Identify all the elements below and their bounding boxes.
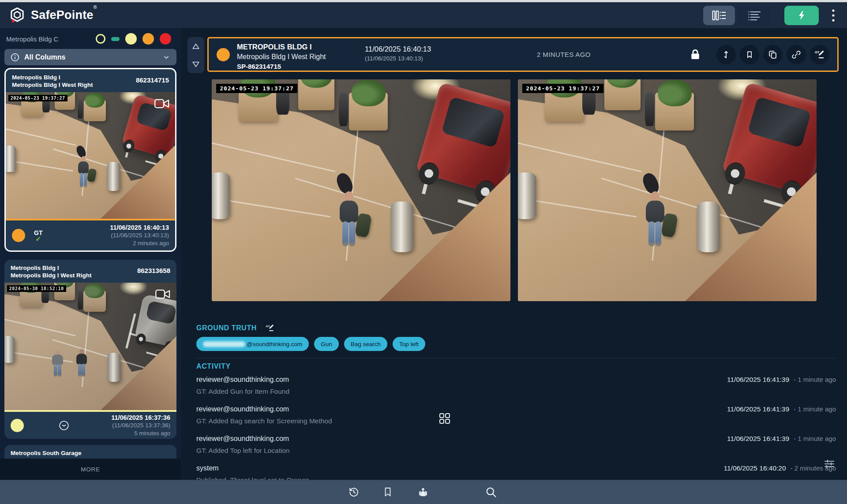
copy-icon: [768, 50, 778, 60]
activity-ago: - 1 minute ago: [794, 376, 836, 383]
widget-grid-button[interactable]: [439, 413, 450, 426]
sc-car-top: [146, 301, 176, 325]
ph-leg: [58, 364, 61, 377]
history-button[interactable]: [348, 486, 360, 498]
body-scan-button[interactable]: [417, 486, 429, 498]
sc-bin: [78, 290, 83, 309]
svg-text:GT: GT: [266, 325, 270, 328]
sc-plant: [352, 80, 386, 106]
more-button[interactable]: MORE: [81, 466, 100, 473]
search-button[interactable]: [485, 486, 497, 498]
tag-location[interactable]: Top left: [393, 337, 425, 351]
brand-logo: SafePointe®: [8, 6, 97, 25]
sc-bollard: [108, 353, 120, 382]
share-link-button[interactable]: [787, 45, 806, 64]
activity-timestamp: 11/06/2025 16:41:39: [727, 435, 789, 443]
activity-action: GT: Added Bag search for Screening Metho…: [196, 417, 836, 425]
column-list-view-icon: [712, 10, 726, 21]
event-time-ago: 2 minutes ago: [110, 239, 169, 247]
sc-plant: [85, 283, 105, 298]
activity-timestamp: 11/06/2025 16:40:20: [724, 464, 786, 472]
camera-image-left[interactable]: 2024-05-23 19:37:27: [212, 79, 510, 301]
lock-button[interactable]: [689, 48, 702, 61]
bookmark-icon: [745, 50, 754, 60]
resize-button[interactable]: [716, 45, 736, 64]
sc-joint: [212, 139, 336, 172]
activity-ago: - 1 minute ago: [794, 405, 836, 413]
sc-person: [51, 345, 64, 380]
event-thumbnail[interactable]: 2024-05-23 19:37:27: [6, 92, 175, 219]
grid-icon: [439, 413, 450, 424]
tag-screening-method[interactable]: Bag search: [344, 337, 387, 351]
event-card-title: Metropolis South Garage: [11, 449, 82, 457]
previous-event-button[interactable]: [187, 37, 204, 55]
activity-time: 11/06/2025 16:41:39 - 1 minute ago: [727, 405, 836, 413]
camera-image-right[interactable]: 2024-05-23 19:37:27: [518, 79, 817, 301]
threat-yellow-icon[interactable]: [125, 33, 137, 45]
sc-cam: [155, 289, 170, 299]
next-event-button[interactable]: [187, 55, 204, 73]
top-bar: SafePointe®: [0, 2, 847, 28]
event-card-building: Metropolis Bldg I: [12, 74, 93, 81]
list-view-button[interactable]: [738, 6, 770, 25]
event-card-selected[interactable]: Metropolis Bldg I Metropolis Bldg I West…: [4, 68, 176, 252]
threat-ring-icon[interactable]: [96, 34, 105, 44]
bookmarks-button[interactable]: [382, 486, 394, 498]
ph-leg: [342, 221, 349, 247]
reporter-tag[interactable]: @soundthinking.com: [196, 337, 309, 351]
info-icon: [11, 53, 19, 62]
publish-lightning-button[interactable]: [784, 6, 819, 25]
window-edge: [0, 0, 847, 2]
sc-bollard: [4, 336, 15, 363]
ph-leg: [82, 364, 85, 377]
sc-bollard: [107, 162, 120, 191]
event-header: METROPOLIS BLDG I Metropolis Bldg I West…: [207, 37, 839, 72]
ground-truth-badge: GT ✓: [34, 229, 42, 242]
sliders-icon: [824, 459, 835, 468]
event-card-camera: Metropolis Bldg I West Right: [12, 81, 93, 89]
search-icon: [485, 486, 497, 498]
event-card-building: Metropolis South Garage: [11, 449, 82, 457]
ground-truth-edit-button[interactable]: GT: [810, 45, 829, 64]
ph-torso: [76, 354, 87, 365]
threat-orange-icon[interactable]: [142, 33, 154, 45]
threat-level-filter: [96, 33, 171, 45]
column-list-view-button[interactable]: [703, 6, 735, 25]
event-card[interactable]: Metropolis Bldg I Metropolis Bldg I West…: [4, 260, 176, 439]
activity-ago: - 1 minute ago: [794, 435, 836, 442]
event-card-title: Metropolis Bldg I Metropolis Bldg I West…: [12, 74, 93, 89]
sc-bollard: [697, 202, 720, 253]
event-thumbnail[interactable]: 2024-05-30 18:52:10: [4, 283, 176, 410]
ph-leg: [648, 221, 655, 247]
list-view-icon: [748, 10, 761, 21]
view-toggle-group: [703, 6, 770, 25]
threat-status-orange-icon: [217, 48, 230, 61]
sc-bin: [645, 93, 655, 126]
activity-action: GT: Added Top left for Location: [196, 447, 836, 455]
brand-text: SafePointe: [31, 8, 94, 22]
event-sidebar: Metropolis Bldg C All Columns Metrop: [0, 28, 181, 480]
activity-divider: [196, 358, 836, 358]
threat-red-icon[interactable]: [160, 33, 171, 45]
threat-dash-icon[interactable]: [111, 37, 120, 41]
activity-time: 11/06/2025 16:41:39 - 1 minute ago: [727, 376, 836, 384]
sc-stamp: 2024-05-23 19:37:27: [216, 84, 297, 93]
copy-button[interactable]: [763, 45, 783, 64]
sc-bollard: [391, 202, 413, 253]
activity-filter-button[interactable]: [824, 459, 835, 470]
header-time-secondary: (11/06/2025 13:40:13): [365, 55, 423, 62]
ground-truth-edit-button[interactable]: GT: [262, 320, 278, 336]
event-card-title: Metropolis Bldg I Metropolis Bldg I West…: [11, 264, 92, 279]
all-columns-dropdown[interactable]: All Columns: [4, 49, 176, 65]
overflow-menu-button[interactable]: [828, 6, 839, 25]
site-label: Metropolis Bldg C: [6, 35, 58, 43]
sc-plant: [607, 79, 638, 88]
chevron-down-icon: [162, 53, 170, 61]
sc-cam: [154, 98, 169, 109]
tag-item-found[interactable]: Gun: [314, 337, 339, 351]
bookmark-button[interactable]: [740, 45, 759, 64]
sc-plant: [658, 80, 692, 106]
event-time-primary: 11/06/2025 16:37:36: [111, 414, 170, 422]
ph-leg: [78, 364, 82, 377]
ph-torso: [646, 201, 664, 223]
